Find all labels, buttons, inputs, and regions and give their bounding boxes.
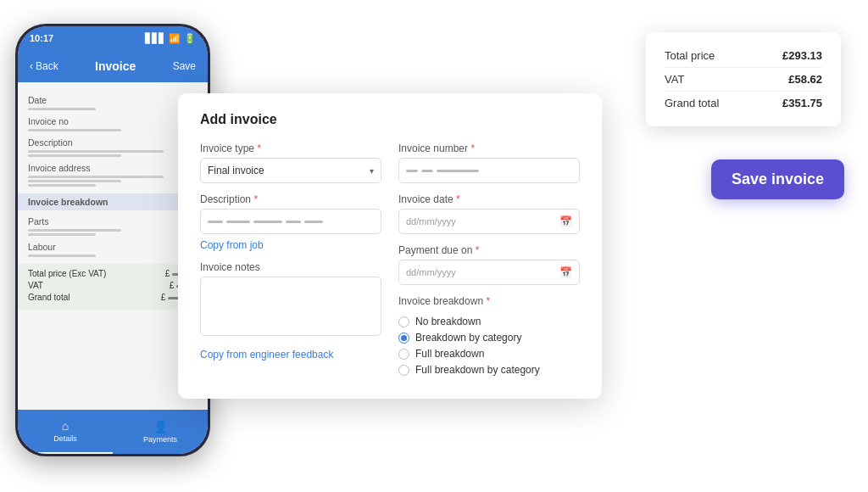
breakdown-options: No breakdown Breakdown by category Full … — [398, 316, 580, 380]
invoice-notes-label: Invoice notes — [200, 261, 381, 273]
invoice-breakdown-label: Invoice breakdown * — [398, 295, 580, 307]
field-parts-bar2 — [28, 233, 96, 236]
price-card: Total price £293.13 VAT £58.62 Grand tot… — [646, 32, 841, 126]
field-address-bar — [28, 176, 164, 178]
field-parts-bar — [28, 229, 121, 232]
invoice-date-group: Invoice date * dd/mm/yyyy 📅 — [398, 193, 580, 234]
invoice-date-input[interactable]: dd/mm/yyyy 📅 — [398, 209, 580, 234]
vat-label: VAT — [665, 73, 684, 86]
chevron-down-icon: ▾ — [370, 166, 374, 176]
description-group: Description * Copy from job — [200, 193, 381, 251]
payment-due-label: Payment due on * — [398, 244, 580, 256]
field-address-label: Invoice address — [28, 163, 198, 173]
calendar-icon: 📅 — [559, 215, 572, 227]
wifi-icon: 📶 — [169, 33, 181, 44]
description-placeholder — [208, 221, 323, 223]
total-price-label: Total price — [665, 49, 715, 62]
total-row-3: Grand total £ — [28, 293, 198, 302]
breakdown-option-full[interactable]: Full breakdown — [398, 348, 580, 360]
total-price-label: Total price (Exc VAT) — [28, 269, 106, 278]
field-address-bar2 — [28, 180, 121, 182]
field-date-bar — [28, 108, 96, 110]
invoice-number-group: Invoice number * — [398, 143, 580, 183]
phone-save-button[interactable]: Save — [173, 60, 196, 72]
phone-status-bar: 10:17 ▋▋▋ 📶 🔋 — [18, 26, 208, 50]
phone-bottom-nav: ⌂ Details 👤 Payments — [18, 410, 208, 454]
phone-time: 10:17 — [30, 33, 53, 43]
payment-due-placeholder: dd/mm/yyyy — [406, 267, 456, 277]
invoice-notes-group: Invoice notes — [200, 261, 381, 336]
radio-full-category[interactable] — [398, 365, 409, 376]
field-invoice-no-label: Invoice no — [28, 116, 198, 126]
field-address-bar3 — [28, 184, 96, 187]
field-description-label: Description — [28, 137, 198, 148]
modal-form-grid: Invoice type * Final invoice ▾ Descripti… — [200, 143, 580, 380]
copy-from-engineer-link[interactable]: Copy from engineer feedback — [200, 346, 381, 361]
radio-full[interactable] — [398, 349, 409, 360]
payment-due-group: Payment due on * dd/mm/yyyy 📅 — [398, 244, 580, 285]
grand-total-value: £351.75 — [782, 97, 822, 109]
price-row-grand: Grand total £351.75 — [665, 92, 822, 115]
phone-tab-payments[interactable]: 👤 Payments — [113, 410, 208, 454]
breakdown-option-full-category[interactable]: Full breakdown by category — [398, 364, 580, 376]
field-description-bar — [28, 150, 164, 153]
invoice-type-group: Invoice type * Final invoice ▾ — [200, 143, 381, 183]
payment-due-input[interactable]: dd/mm/yyyy 📅 — [398, 260, 580, 285]
invoice-date-placeholder: dd/mm/yyyy — [406, 216, 456, 226]
modal-title: Add invoice — [200, 112, 580, 127]
phone-back-button[interactable]: ‹ Back — [30, 60, 58, 72]
total-row-1: Total price (Exc VAT) £ — [28, 269, 198, 278]
invoice-type-label: Invoice type * — [200, 143, 381, 154]
calendar-icon-2: 📅 — [559, 266, 572, 278]
invoice-notes-input[interactable] — [200, 277, 381, 336]
total-row-2: VAT £ — [28, 281, 198, 290]
radio-category[interactable] — [398, 333, 409, 344]
invoice-breakdown-group: Invoice breakdown * No breakdown Breakdo… — [398, 295, 580, 380]
grand-total-label: Grand total — [665, 97, 719, 109]
copy-from-job-link[interactable]: Copy from job — [200, 239, 381, 251]
breakdown-option-category[interactable]: Breakdown by category — [398, 332, 580, 344]
signal-icon: ▋▋▋ — [145, 33, 165, 44]
invoice-type-select[interactable]: Final invoice ▾ — [200, 158, 381, 183]
phone-nav-title: Invoice — [95, 59, 136, 73]
field-labour-bar — [28, 254, 96, 257]
home-icon: ⌂ — [62, 419, 69, 433]
field-labour-label: Labour — [28, 242, 198, 252]
battery-icon: 🔋 — [184, 33, 196, 44]
invoice-number-label: Invoice number * — [398, 143, 580, 154]
field-date-label: Date — [28, 95, 198, 105]
field-description-bar2 — [28, 154, 121, 157]
price-row-vat: VAT £58.62 — [665, 68, 822, 92]
phone-tab-details[interactable]: ⌂ Details — [18, 410, 113, 454]
field-invoice-no-bar — [28, 129, 121, 131]
vat-label: VAT — [28, 281, 43, 290]
save-invoice-button[interactable]: Save invoice — [711, 159, 844, 199]
payments-icon: 👤 — [153, 420, 168, 433]
invoice-date-label: Invoice date * — [398, 193, 580, 205]
phone-nav: ‹ Back Invoice Save — [18, 50, 208, 82]
radio-none[interactable] — [398, 316, 409, 327]
total-price-value: £293.13 — [782, 49, 822, 62]
vat-value: £58.62 — [788, 73, 822, 86]
chevron-left-icon: ‹ — [30, 60, 33, 72]
add-invoice-modal: Add invoice Invoice type * Final invoice… — [178, 93, 602, 399]
price-row-total: Total price £293.13 — [665, 44, 822, 68]
invoice-number-input[interactable] — [398, 158, 580, 183]
description-label: Description * — [200, 193, 381, 205]
field-parts-label: Parts — [28, 216, 198, 226]
description-input[interactable] — [200, 209, 381, 234]
status-icons: ▋▋▋ 📶 🔋 — [145, 33, 196, 44]
breakdown-option-none[interactable]: No breakdown — [398, 316, 580, 327]
grand-total-label: Grand total — [28, 293, 70, 302]
